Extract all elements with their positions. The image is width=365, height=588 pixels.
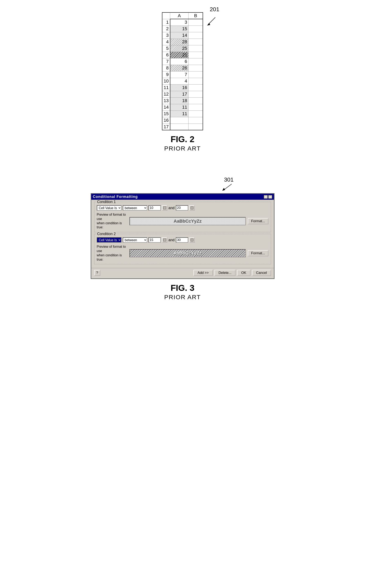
cell-b xyxy=(189,39,203,45)
condition2-and: and xyxy=(168,238,175,242)
row-num: 12 xyxy=(162,91,170,98)
cell-b xyxy=(189,91,203,98)
svg-line-2 xyxy=(224,184,232,190)
ref-block-301: 301 xyxy=(219,176,234,191)
cell-a xyxy=(170,117,189,124)
fig2-section: 201 A B 13215314428525621768269710411161… xyxy=(162,12,203,152)
condition2-preview-label: Preview of format to usewhen condition i… xyxy=(97,245,127,262)
table-row: 621 xyxy=(162,52,203,58)
condition2-operator-select[interactable]: between xyxy=(123,237,147,243)
condition1-row: Cell Value Is between and xyxy=(97,205,268,210)
table-row: 1116 xyxy=(162,84,203,91)
cell-a xyxy=(170,124,189,130)
cell-a: 17 xyxy=(170,91,189,98)
cell-b xyxy=(189,78,203,84)
row-num: 10 xyxy=(162,78,170,84)
table-row: 1318 xyxy=(162,98,203,104)
conditional-formatting-dialog: Conditional Formatting ? x Condition 1 C… xyxy=(91,193,274,279)
help-titlebar-btn[interactable]: ? xyxy=(264,195,268,199)
cell-b xyxy=(189,98,203,104)
ok-btn[interactable]: OK xyxy=(237,270,250,276)
table-row: 1411 xyxy=(162,104,203,111)
cell-a: 11 xyxy=(170,111,189,117)
condition2-preview-text: AaBbCcYyZz xyxy=(174,251,202,256)
fig3-sub: PRIOR ART xyxy=(164,294,201,301)
table-row: 97 xyxy=(162,71,203,78)
cell-a: 6 xyxy=(170,58,189,65)
fig2-caption: FIG. 2 PRIOR ART xyxy=(164,134,201,152)
cell-b xyxy=(189,71,203,78)
fig3-title: FIG. 3 xyxy=(164,283,201,293)
cell-b xyxy=(189,45,203,52)
row-num: 1 xyxy=(162,19,170,26)
fig3-caption: FIG. 3 PRIOR ART xyxy=(164,283,201,301)
cell-a: 21 xyxy=(170,52,189,58)
condition2-preview-row: Preview of format to usewhen condition i… xyxy=(97,245,268,262)
row-num: 17 xyxy=(162,124,170,130)
condition1-preview-label: Preview of format to usewhen condition i… xyxy=(97,213,127,230)
spreadsheet-body: 1321531442852562176826971041116121713181… xyxy=(162,19,203,130)
condition1-value2-picker[interactable] xyxy=(189,205,195,210)
condition2-value2-picker[interactable] xyxy=(189,237,195,243)
cell-a: 16 xyxy=(170,84,189,91)
table-row: 314 xyxy=(162,32,203,39)
row-num: 7 xyxy=(162,58,170,65)
condition2-value1[interactable] xyxy=(148,237,161,243)
add-btn[interactable]: Add >> xyxy=(193,270,213,276)
ref-arrow-201 xyxy=(205,16,217,27)
cell-b xyxy=(189,52,203,58)
condition1-label: Condition 1 xyxy=(96,200,117,204)
picker-icon2 xyxy=(190,206,193,209)
cell-b xyxy=(189,65,203,71)
ref-label-201: 201 xyxy=(210,6,219,13)
dialog-titlebar: Conditional Formatting ? x xyxy=(91,194,274,200)
picker-icon xyxy=(163,206,166,209)
cell-a: 7 xyxy=(170,71,189,78)
dialog-title: Conditional Formatting xyxy=(93,195,138,199)
dialog-body: Condition 1 Cell Value Is between and xyxy=(91,200,274,268)
cell-a: 15 xyxy=(170,26,189,32)
condition1-cell-value-select[interactable]: Cell Value Is xyxy=(97,205,121,210)
condition2-cell-value-select[interactable]: Cell Value Is xyxy=(97,237,121,243)
delete-btn[interactable]: Delete... xyxy=(214,270,236,276)
condition1-preview-box: AaBbCcYyZz xyxy=(129,217,246,225)
cell-a: 26 xyxy=(170,65,189,71)
ref-label-301: 301 xyxy=(224,176,234,183)
row-num: 14 xyxy=(162,104,170,111)
row-num: 5 xyxy=(162,45,170,52)
help-button[interactable]: ? xyxy=(94,270,100,276)
condition2-value2[interactable] xyxy=(176,237,188,243)
svg-marker-3 xyxy=(222,188,225,191)
table-row: 17 xyxy=(162,124,203,130)
fig3-section: 301 Conditional Formatting ? x Condition… xyxy=(91,176,274,301)
col-header-b: B xyxy=(189,13,203,19)
condition1-value1[interactable] xyxy=(148,205,161,210)
row-num: 8 xyxy=(162,65,170,71)
row-num: 13 xyxy=(162,98,170,104)
cancel-btn[interactable]: Cancel xyxy=(252,270,271,276)
col-header-row: A B xyxy=(162,13,203,19)
col-header-a: A xyxy=(170,13,189,19)
cell-a: 11 xyxy=(170,104,189,111)
condition1-value2[interactable] xyxy=(176,205,188,210)
close-titlebar-btn[interactable]: x xyxy=(268,195,272,199)
condition2-format-btn[interactable]: Format... xyxy=(248,250,268,256)
cell-b xyxy=(189,104,203,111)
condition1-value1-picker[interactable] xyxy=(162,205,167,210)
row-num: 3 xyxy=(162,32,170,39)
cell-b xyxy=(189,26,203,32)
cell-b xyxy=(189,117,203,124)
condition2-value1-picker[interactable] xyxy=(162,237,167,243)
footer-right: Add >> Delete... OK Cancel xyxy=(193,270,271,276)
spreadsheet: A B 132153144285256217682697104111612171… xyxy=(162,12,203,130)
condition1-preview-text: AaBbCcYyZz xyxy=(174,218,202,224)
cell-b xyxy=(189,19,203,26)
row-num: 4 xyxy=(162,39,170,45)
table-row: 16 xyxy=(162,117,203,124)
table-row: 826 xyxy=(162,65,203,71)
condition1-format-btn[interactable]: Format... xyxy=(248,218,268,224)
table-row: 76 xyxy=(162,58,203,65)
svg-marker-1 xyxy=(207,23,210,26)
condition1-operator-select[interactable]: between xyxy=(123,205,147,210)
ref-arrow-301 xyxy=(219,183,234,191)
